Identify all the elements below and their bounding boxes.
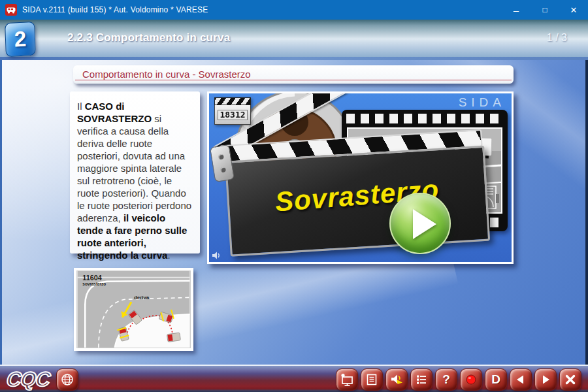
lesson-text: . bbox=[167, 250, 170, 261]
audio-button[interactable] bbox=[385, 368, 408, 391]
lesson-text-bold: CASO di SOVRASTERZO bbox=[77, 101, 152, 124]
page-indicator: 1 / 3 bbox=[547, 32, 567, 44]
record-button[interactable] bbox=[460, 368, 482, 391]
section-underline bbox=[75, 80, 512, 80]
play-button[interactable] bbox=[389, 193, 451, 254]
oversteer-diagram-thumbnail[interactable]: 11604 sovrasterzo deriva bbox=[74, 268, 193, 351]
section-title: Comportamento in curva - Sovrasterzo bbox=[82, 69, 251, 80]
volume-icon bbox=[212, 251, 221, 260]
presentation-button[interactable] bbox=[336, 368, 358, 391]
exit-button[interactable] bbox=[559, 368, 581, 391]
lesson-text-panel: Il CASO di SOVRASTERZO si verifica a cau… bbox=[70, 91, 200, 253]
video-stage[interactable]: SIDA AutoSoft Multimedia bbox=[209, 93, 512, 262]
maximize-button[interactable]: □ bbox=[531, 0, 559, 20]
left-arrow-icon bbox=[514, 373, 527, 386]
document-button[interactable] bbox=[361, 368, 383, 391]
record-icon bbox=[465, 373, 478, 386]
diagram-annotation: deriva bbox=[134, 295, 150, 301]
monitor-person-icon bbox=[340, 372, 354, 387]
sida-brand-text: SIDA bbox=[459, 95, 506, 110]
hinge-rivet bbox=[218, 154, 224, 160]
section-title-bar: Comportamento in curva - Sovrasterzo bbox=[73, 65, 514, 84]
play-icon bbox=[413, 209, 436, 239]
clip-number-icon: 18312 bbox=[214, 97, 251, 126]
left-edge-border bbox=[0, 60, 2, 365]
right-arrow-icon bbox=[539, 373, 552, 386]
content-area: Comportamento in curva - Sovrasterzo Il … bbox=[0, 60, 588, 365]
mini-clapper-stripes bbox=[214, 97, 251, 105]
lesson-text: Il bbox=[77, 101, 85, 112]
minimize-button[interactable]: – bbox=[502, 0, 531, 20]
speaker-icon bbox=[389, 372, 404, 387]
video-player-panel: SIDA AutoSoft Multimedia bbox=[207, 91, 514, 264]
document-icon bbox=[365, 373, 378, 386]
diagram-number: 11604 bbox=[82, 274, 101, 282]
filmstrip-holes bbox=[346, 114, 503, 123]
right-edge-border bbox=[585, 60, 588, 365]
next-button[interactable] bbox=[534, 368, 557, 391]
dictionary-label: D bbox=[491, 372, 500, 387]
close-button[interactable]: ✕ bbox=[559, 0, 588, 20]
index-button[interactable] bbox=[410, 368, 433, 391]
app-icon bbox=[5, 4, 17, 16]
lesson-number-badge: 2 bbox=[5, 22, 36, 57]
clapperboard: Sovrasterzo bbox=[225, 146, 490, 257]
titlebar: SIDA v.2111 (build 155) * Aut. Voldomino… bbox=[0, 0, 588, 20]
diagram-label: sovrasterzo bbox=[82, 282, 106, 286]
help-label: ? bbox=[442, 372, 450, 387]
lesson-text: si verifica a causa della deriva delle r… bbox=[77, 113, 191, 223]
window-title: SIDA v.2111 (build 155) * Aut. Voldomino… bbox=[22, 5, 502, 14]
application-window: SIDA v.2111 (build 155) * Aut. Voldomino… bbox=[0, 0, 588, 392]
cqc-logo: CQC bbox=[5, 368, 50, 391]
list-icon bbox=[415, 373, 428, 386]
toolbar: CQC bbox=[0, 365, 588, 392]
lesson-title: 2.2.3 Comportamento in curva bbox=[67, 31, 230, 44]
hinge-rivet bbox=[220, 167, 226, 172]
oversteer-diagram: 11604 sovrasterzo deriva bbox=[76, 270, 191, 348]
globe-icon bbox=[61, 373, 74, 386]
close-x-icon bbox=[564, 373, 577, 386]
help-button[interactable]: ? bbox=[435, 368, 457, 391]
globe-button[interactable] bbox=[56, 368, 78, 391]
dictionary-button[interactable]: D bbox=[485, 368, 507, 391]
clip-number: 18312 bbox=[218, 110, 247, 120]
previous-button[interactable] bbox=[510, 368, 532, 391]
